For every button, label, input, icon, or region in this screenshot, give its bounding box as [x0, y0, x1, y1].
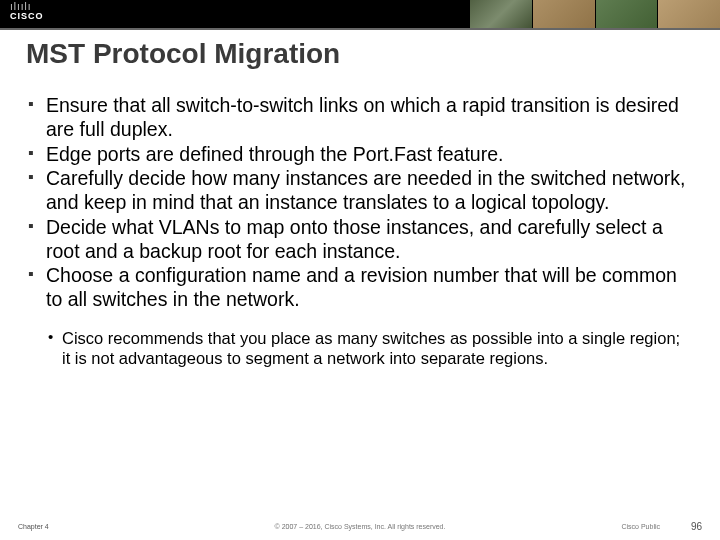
slide-footer: Chapter 4 © 2007 – 2016, Cisco Systems, …	[0, 521, 720, 532]
bullet-item: Decide what VLANs to map onto those inst…	[28, 216, 692, 264]
header-photo-strip	[470, 0, 720, 28]
header-photo-4	[658, 0, 720, 28]
bullet-item: Choose a configuration name and a revisi…	[28, 264, 692, 312]
sub-bullet-item: Cisco recommends that you place as many …	[48, 328, 692, 368]
footer-page-number: 96	[691, 521, 702, 532]
cisco-logo: ılıılı CISCO	[10, 2, 44, 21]
slide-content: Ensure that all switch-to-switch links o…	[0, 70, 720, 368]
bullet-item: Edge ports are defined through the Port.…	[28, 143, 692, 167]
bullet-item: Carefully decide how many instances are …	[28, 167, 692, 215]
header-bar: ılıılı CISCO	[0, 0, 720, 28]
logo-text: CISCO	[10, 12, 44, 21]
footer-copyright: © 2007 – 2016, Cisco Systems, Inc. All r…	[275, 523, 446, 530]
header-photo-1	[470, 0, 532, 28]
header-photo-2	[533, 0, 595, 28]
footer-chapter: Chapter 4	[18, 523, 49, 530]
header-photo-3	[596, 0, 658, 28]
footer-public: Cisco Public	[621, 523, 660, 530]
slide-title: MST Protocol Migration	[0, 30, 720, 70]
bullet-item: Ensure that all switch-to-switch links o…	[28, 94, 692, 142]
main-bullet-list: Ensure that all switch-to-switch links o…	[28, 94, 692, 312]
sub-bullet-list: Cisco recommends that you place as many …	[28, 328, 692, 368]
